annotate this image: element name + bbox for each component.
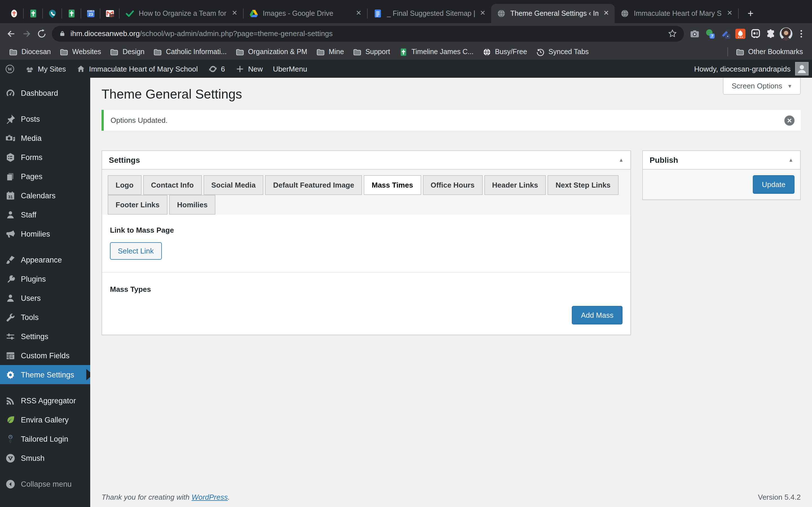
counter-extension-button[interactable]: 7 [702,26,717,41]
sidebar-item-users[interactable]: Users [0,288,90,307]
eyedropper-extension-button[interactable] [717,26,732,41]
sidebar-item-settings[interactable]: Settings [0,327,90,346]
settings-tab-logo[interactable]: Logo [108,175,142,195]
browser-tab[interactable]: Immaculate Heart of Mary S✕ [615,4,738,23]
sidebar-item-appearance[interactable]: Appearance [0,250,90,269]
brush-icon [5,255,16,265]
settings-tab-header-links[interactable]: Header Links [484,175,546,195]
tab-close-icon[interactable]: ✕ [354,9,363,18]
sidebar-item-dashboard[interactable]: Dashboard [0,83,90,103]
tab-close-icon[interactable]: ✕ [230,9,239,18]
folder-icon [353,48,361,56]
globe-icon [620,9,629,18]
bookmark-item[interactable]: Synced Tabs [531,46,593,58]
update-button[interactable]: Update [753,175,795,194]
browser-tab[interactable]: Images - Google Drive✕ [244,4,367,23]
collapse-toggle-icon[interactable]: ▲ [788,157,794,163]
sidebar-item-theme-settings[interactable]: Theme Settings [0,365,90,384]
browser-tab[interactable]: How to Organize a Team for✕ [119,4,243,23]
bookmark-item[interactable]: Diocesan [4,46,55,58]
settings-metabox-header[interactable]: Settings ▲ [102,151,630,170]
select-link-button[interactable]: Select Link [110,242,161,260]
table-icon [5,350,16,361]
settings-tab-mass-times[interactable]: Mass Times [364,175,421,195]
pinned-tab[interactable]: 23 [81,4,100,23]
pinned-tab[interactable] [4,4,23,23]
pinned-tab[interactable] [62,4,81,23]
forward-button[interactable] [18,26,34,41]
updates-menu[interactable]: 6 [203,60,230,78]
reload-button[interactable] [34,26,49,41]
sidebar-item-label: Plugins [21,275,46,283]
sidebar-item-tools[interactable]: Tools [0,307,90,327]
menu-separator [0,103,90,109]
my-sites-menu[interactable]: My Sites [20,60,71,78]
new-content-menu[interactable]: New [230,60,268,78]
bookmark-star-icon[interactable] [668,29,677,38]
options-updated-notice: Options Updated. ✕ [101,110,801,131]
admin-content: Screen Options ▼ Theme General Settings … [90,78,812,507]
plus-icon [235,64,245,73]
settings-tab-contact-info[interactable]: Contact Info [143,175,202,195]
tab-close-icon[interactable]: ✕ [602,9,611,18]
ubermenu-menu[interactable]: UberMenu [268,60,312,78]
back-button[interactable] [3,26,18,41]
browser-tab[interactable]: Theme General Settings ‹ Im✕ [491,4,615,23]
settings-tab-homilies[interactable]: Homilies [169,195,215,215]
sidebar-item-custom-fields[interactable]: Custom Fields [0,346,90,365]
settings-tab-office-hours[interactable]: Office Hours [423,175,483,195]
screenshot-extension-button[interactable] [687,26,702,41]
password-vault-extension-button[interactable] [748,26,763,41]
sidebar-item-rss-aggregator[interactable]: RSS Aggregator [0,391,90,410]
sidebar-item-collapse-menu[interactable]: Collapse menu [0,474,90,494]
bookmark-item[interactable]: Websites [55,46,105,58]
new-tab-button[interactable]: + [743,6,758,21]
sidebar-item-media[interactable]: Media [0,128,90,148]
sidebar-item-posts[interactable]: Posts [0,109,90,128]
sidebar-item-plugins[interactable]: Plugins [0,269,90,288]
dismiss-notice-icon[interactable]: ✕ [784,115,795,125]
publish-metabox-header[interactable]: Publish ▲ [643,151,800,170]
chrome-menu-button[interactable] [794,26,809,41]
sidebar-item-tailored-login[interactable]: Tailored Login [0,429,90,448]
admin-bar-account[interactable]: Howdy, diocesan-grandrapids [694,62,812,75]
bookmark-item[interactable]: Support [349,46,395,58]
address-bar[interactable]: ihm.diocesanweb.org/school/wp-admin/admi… [52,25,684,41]
extensions-menu-button[interactable] [763,26,778,41]
sidebar-item-staff[interactable]: Staff [0,205,90,224]
settings-tab-default-featured-image[interactable]: Default Featured Image [265,175,362,195]
collapse-toggle-icon[interactable]: ▲ [619,157,624,163]
bookmark-item[interactable]: Timeline James C... [395,46,478,58]
sidebar-item-smush[interactable]: Smush [0,448,90,467]
tab-close-icon[interactable]: ✕ [725,9,734,18]
bookmark-item[interactable]: Catholic Informati... [149,46,231,58]
bookmark-label: Busy/Free [495,48,527,56]
pinned-tab[interactable]: 20+ [100,4,119,23]
tab-close-icon[interactable]: ✕ [478,9,487,18]
bookmark-item[interactable]: Mine [312,46,349,58]
browser-tab[interactable]: _ Final Suggested Sitemap |✕ [368,4,491,23]
wordpress-link[interactable]: WordPress [192,493,228,501]
sidebar-item-pages[interactable]: Pages [0,167,90,186]
other-bookmarks[interactable]: Other Bookmarks [731,46,808,58]
bookmark-item[interactable]: Organization & PM [231,46,312,58]
flame-extension-button[interactable] [732,26,748,41]
site-name-menu[interactable]: Immaculate Heart of Mary School [71,60,203,78]
sidebar-item-homilies[interactable]: Homilies [0,224,90,243]
settings-tab-social-media[interactable]: Social Media [203,175,264,195]
pinned-tab[interactable] [43,4,61,23]
sidebar-item-envira-gallery[interactable]: Envira Gallery [0,410,90,429]
browser-tab-strip: 2320+ How to Organize a Team for✕Images … [0,0,812,23]
add-mass-button[interactable]: Add Mass [572,306,622,325]
pinned-tab[interactable] [24,4,42,23]
wp-logo-menu[interactable]: W [0,60,20,78]
profile-avatar-button[interactable] [778,26,794,41]
bookmark-label: Websites [72,48,101,56]
sidebar-item-forms[interactable]: Forms [0,148,90,167]
settings-tab-footer-links[interactable]: Footer Links [108,195,167,215]
bookmark-item[interactable]: Busy/Free [478,46,531,58]
sidebar-item-calendars[interactable]: 31Calendars [0,186,90,205]
bookmark-item[interactable]: Design [106,46,149,58]
screen-options-button[interactable]: Screen Options ▼ [723,78,801,95]
settings-tab-next-step-links[interactable]: Next Step Links [548,175,619,195]
